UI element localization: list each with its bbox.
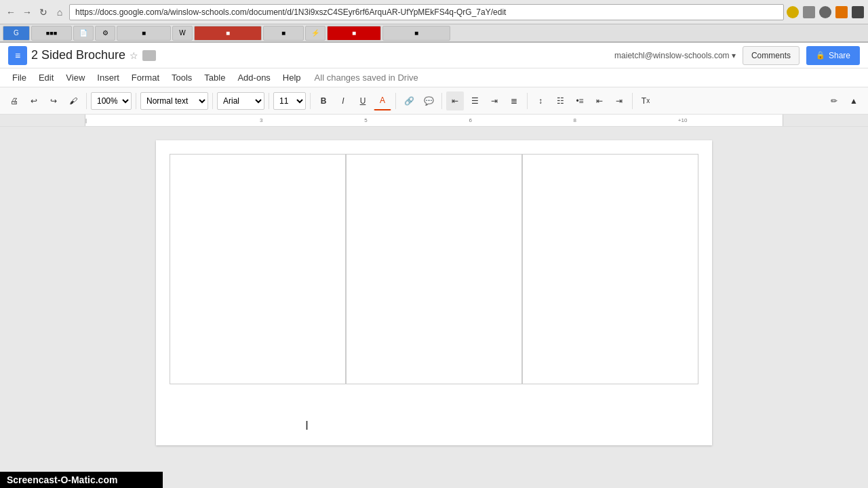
ruler: | 3 5 6 8 +10	[0, 115, 868, 127]
undo-button[interactable]: ↩	[25, 92, 43, 110]
ruler-margin-right	[783, 115, 868, 126]
divider-3	[212, 93, 213, 109]
italic-button[interactable]: I	[334, 92, 352, 110]
ext-item-7[interactable]: ■	[194, 26, 262, 41]
align-left-button[interactable]: ⇤	[446, 92, 464, 110]
ext-item-2[interactable]: ■■■	[31, 26, 72, 41]
back-button[interactable]: ←	[4, 5, 18, 19]
align-right-button[interactable]: ⇥	[486, 92, 503, 110]
view-options-button[interactable]: ▲	[845, 92, 863, 110]
text-cursor: I	[305, 419, 309, 433]
ext-item-6[interactable]: W	[172, 26, 193, 41]
star-icon[interactable]: ☆	[130, 50, 138, 61]
redo-button[interactable]: ↪	[45, 92, 62, 110]
justify-button[interactable]: ≣	[505, 92, 523, 110]
docs-titlebar: ≡ 2 Sided Brochure ☆ maietchl@winslow-sc…	[0, 43, 868, 68]
ext-item-8[interactable]: ■	[263, 26, 304, 41]
print-button[interactable]: 🖨	[5, 92, 23, 110]
document-page[interactable]: I	[156, 140, 712, 445]
link-button[interactable]: 🔗	[400, 92, 418, 110]
docs-toolbar: 🖨 ↩ ↪ 🖌 100% 75% 125% Normal text Headin…	[0, 87, 868, 115]
bookmark-icon[interactable]	[787, 6, 799, 18]
divider-2	[136, 93, 136, 109]
comment-button[interactable]: 💬	[420, 92, 437, 110]
extension-icon2[interactable]	[819, 6, 831, 18]
page-content[interactable]	[156, 140, 712, 398]
extension-icon1[interactable]	[803, 6, 815, 18]
refresh-button[interactable]: ↻	[37, 5, 50, 19]
divider-8	[527, 93, 528, 109]
font-select[interactable]: Arial Times New Roman	[217, 92, 264, 110]
numbered-list-button[interactable]: ☷	[551, 92, 569, 110]
autosave-status: All changes saved in Drive	[315, 73, 418, 83]
title-left: ≡ 2 Sided Brochure ☆	[8, 46, 156, 65]
sidebar-right	[783, 127, 868, 488]
menu-format[interactable]: Format	[126, 70, 165, 85]
menu-table[interactable]: Table	[199, 70, 231, 85]
edit-mode-button[interactable]: ✏	[825, 92, 843, 110]
ext-item-5[interactable]: ■	[117, 26, 171, 41]
bullet-list-button[interactable]: •≡	[571, 92, 589, 110]
divider-7	[441, 93, 442, 109]
page-column-3[interactable]	[522, 154, 698, 384]
style-select[interactable]: Normal text Heading 1 Heading 2	[140, 92, 208, 110]
divider-1	[86, 93, 87, 109]
ext-item-9[interactable]: ⚡	[305, 26, 326, 41]
divider-4	[269, 93, 269, 109]
page-column-1[interactable]	[170, 154, 346, 384]
underline-button[interactable]: U	[354, 92, 372, 110]
title-right: maietchl@winslow-schools.com ▾ Comments …	[614, 46, 860, 65]
folder-icon[interactable]	[142, 50, 156, 61]
line-spacing-button[interactable]: ↕	[532, 92, 549, 110]
menu-edit[interactable]: Edit	[33, 70, 59, 85]
share-button[interactable]: 🔒 Share	[806, 46, 860, 65]
extension-icon4[interactable]	[852, 6, 864, 18]
divider-9	[632, 93, 633, 109]
ruler-margin-left	[0, 115, 85, 126]
menu-view[interactable]: View	[60, 70, 90, 85]
menu-tools[interactable]: Tools	[166, 70, 197, 85]
forward-button[interactable]: →	[20, 5, 34, 19]
extension-bar: G ■■■ 📄 ⚙ ■ W ■ ■ ⚡ ■ ■	[0, 24, 868, 42]
extension-icon3[interactable]	[835, 6, 848, 18]
ruler-inner: | 3 5 6 8 +10	[85, 115, 783, 126]
docs-logo: ≡	[8, 46, 27, 65]
ext-item-1[interactable]: G	[3, 26, 30, 41]
text-color-button[interactable]: A	[374, 92, 391, 110]
font-size-select[interactable]: 11 10 12	[273, 92, 306, 110]
menu-insert[interactable]: Insert	[92, 70, 125, 85]
comments-button[interactable]: Comments	[743, 46, 800, 65]
decrease-indent-button[interactable]: ⇤	[591, 92, 608, 110]
docs-menubar: File Edit View Insert Format Tools Table…	[0, 68, 868, 87]
menu-help[interactable]: Help	[277, 70, 307, 85]
increase-indent-button[interactable]: ⇥	[610, 92, 628, 110]
clear-format-button[interactable]: Tx	[637, 92, 654, 110]
align-center-button[interactable]: ☰	[466, 92, 484, 110]
page-area[interactable]: I	[85, 127, 783, 488]
ext-item-3[interactable]: 📄	[73, 26, 94, 41]
zoom-select[interactable]: 100% 75% 125%	[91, 92, 132, 110]
menu-addons[interactable]: Add-ons	[232, 70, 275, 85]
address-bar[interactable]	[69, 4, 784, 20]
menu-file[interactable]: File	[7, 70, 32, 85]
divider-6	[395, 93, 396, 109]
sidebar-left	[0, 127, 85, 488]
browser-toolbar: ← → ↻ ⌂	[0, 0, 868, 24]
ext-item-10[interactable]: ■	[327, 26, 381, 41]
divider-5	[310, 93, 311, 109]
page-column-2[interactable]	[346, 154, 522, 384]
docs-app: ≡ 2 Sided Brochure ☆ maietchl@winslow-sc…	[0, 43, 868, 488]
ext-item-4[interactable]: ⚙	[95, 26, 115, 41]
bold-button[interactable]: B	[315, 92, 332, 110]
document-title[interactable]: 2 Sided Brochure	[31, 48, 125, 62]
home-button[interactable]: ⌂	[53, 5, 66, 19]
user-email[interactable]: maietchl@winslow-schools.com ▾	[614, 51, 736, 60]
lock-icon: 🔒	[816, 51, 825, 60]
paint-format-button[interactable]: 🖌	[64, 92, 82, 110]
ext-item-11[interactable]: ■	[382, 26, 450, 41]
docs-body: I	[0, 127, 868, 488]
screencast-bar: Screencast-O-Matic.com	[0, 472, 163, 488]
